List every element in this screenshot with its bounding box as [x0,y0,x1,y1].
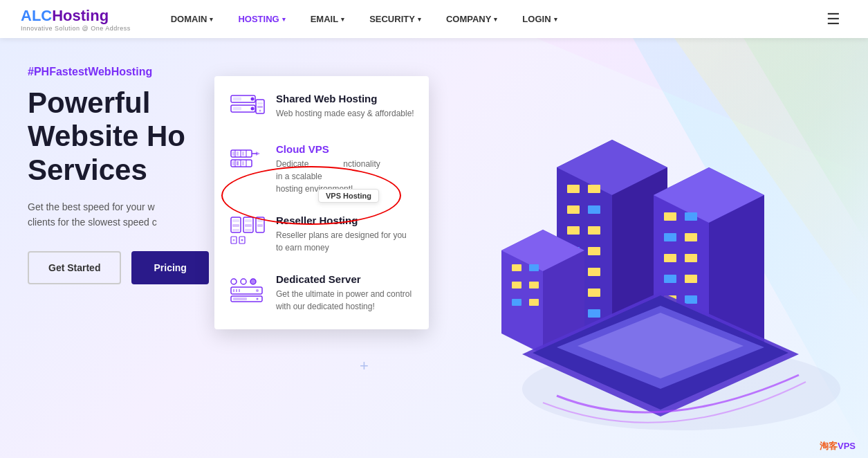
reseller-hosting-text: Reseller Hosting Reseller plans are desi… [276,214,415,254]
svg-rect-26 [685,212,697,221]
svg-rect-11 [588,205,600,214]
svg-point-96 [256,289,259,292]
nav-hosting-label: HOSTING [238,14,279,24]
chevron-down-icon: ▾ [341,16,344,23]
svg-rect-41 [529,264,539,271]
svg-rect-45 [529,299,539,306]
logo-hosting: Hosting [52,7,109,24]
svg-rect-12 [567,226,580,235]
svg-rect-73 [232,161,234,165]
reseller-hosting-desc: Reseller plans are designed for you to e… [276,229,415,254]
nav-company[interactable]: COMPANY ▾ [434,0,510,38]
chevron-down-icon: ▾ [494,16,497,23]
svg-point-55 [250,107,254,110]
nav-domain[interactable]: DOMAIN ▾ [158,0,226,38]
chevron-down-icon: ▾ [282,16,286,23]
svg-rect-40 [512,264,521,271]
cloud-vps-icon [228,143,266,174]
svg-rect-34 [685,295,697,304]
nav-security[interactable]: SECURITY ▾ [357,0,434,38]
chevron-down-icon: ▾ [210,16,213,23]
nav-hosting[interactable]: HOSTING ▾ [225,0,297,38]
svg-rect-81 [245,219,252,222]
nav-links: DOMAIN ▾ HOSTING ▾ EMAIL ▾ SECURITY ▾ CO… [158,0,820,38]
svg-point-59 [259,109,261,111]
hosting-dropdown: Shared Web Hosting Web hosting made easy… [214,76,429,329]
svg-rect-101 [233,297,247,300]
svg-point-90 [241,239,243,241]
svg-point-92 [241,279,246,284]
svg-rect-15 [588,247,600,255]
svg-rect-57 [257,102,263,104]
svg-rect-30 [685,254,697,262]
cloud-vps-title: Cloud VPS [276,143,415,155]
svg-rect-86 [257,224,263,227]
svg-rect-64 [232,152,234,156]
svg-rect-77 [232,219,239,222]
svg-rect-51 [233,97,241,100]
dedicated-server-title: Dedicated Server [276,273,415,285]
logo-text: ALCHosting [21,7,131,25]
pricing-button[interactable]: Pricing [131,251,208,284]
menu-item-reseller[interactable]: Reseller Hosting Reseller plans are desi… [214,205,429,264]
chevron-down-icon: ▾ [418,16,421,23]
svg-rect-58 [257,106,263,108]
svg-rect-9 [588,185,600,193]
nav-security-label: SECURITY [369,14,415,24]
svg-rect-78 [232,224,239,227]
svg-rect-10 [567,205,580,214]
reseller-hosting-icon [228,214,266,246]
nav-right: ☰ [820,10,847,28]
hamburger-icon[interactable]: ☰ [820,10,847,28]
svg-rect-75 [242,161,244,165]
svg-rect-54 [233,107,241,110]
nav-login-label: LOGIN [522,14,551,24]
reseller-hosting-title: Reseller Hosting [276,214,415,226]
dedicated-server-desc: Get the ultimate in power and control wi… [276,288,415,313]
vps-badge: VPS Hosting [318,189,379,203]
svg-rect-25 [664,212,676,221]
svg-rect-44 [512,299,521,306]
svg-rect-31 [664,275,676,283]
svg-rect-82 [245,224,252,227]
svg-rect-83 [245,229,252,231]
watermark-text1: 淘客 [820,441,838,451]
watermark: 淘客VPS [820,440,856,452]
svg-rect-28 [685,233,697,241]
svg-point-52 [250,97,254,100]
svg-rect-66 [242,152,244,156]
svg-rect-65 [237,152,239,156]
svg-point-89 [232,239,234,241]
menu-item-shared[interactable]: Shared Web Hosting Web hosting made easy… [214,83,429,134]
svg-point-91 [231,279,237,284]
logo-alc: ALC [21,7,52,24]
svg-rect-17 [588,268,600,276]
nav-domain-label: DOMAIN [171,14,207,24]
hero-desc-line2: clients for the slowest speed c [28,217,157,228]
chevron-down-icon: ▾ [554,16,557,23]
hero-desc-line1: Get the best speed for your w [28,201,155,212]
logo-tagline: Innovative Solution @ One Address [21,25,131,32]
nav-email[interactable]: EMAIL ▾ [298,0,357,38]
get-started-button[interactable]: Get Started [28,251,121,284]
dedicated-server-text: Dedicated Server Get the ultimate in pow… [276,273,415,313]
svg-rect-79 [232,229,239,231]
shared-hosting-title: Shared Web Hosting [276,93,415,104]
nav-login[interactable]: LOGIN ▾ [510,0,569,38]
navbar: ALCHosting Innovative Solution @ One Add… [0,0,868,38]
svg-rect-32 [685,275,697,283]
shared-hosting-desc: Web hosting made easy & affordable! [276,107,415,120]
shared-hosting-icon [228,93,266,124]
svg-marker-68 [256,152,260,156]
menu-item-dedicated[interactable]: Dedicated Server Get the ultimate in pow… [214,264,429,322]
isometric-illustration [418,57,861,458]
hero-section: #PHFastestWebHosting PowerfulWebsite HoS… [0,38,868,458]
svg-rect-85 [257,219,263,222]
svg-rect-8 [567,185,580,193]
shared-hosting-text: Shared Web Hosting Web hosting made easy… [276,93,415,120]
svg-rect-19 [588,288,600,297]
svg-rect-43 [529,282,539,288]
logo[interactable]: ALCHosting Innovative Solution @ One Add… [21,7,131,32]
svg-rect-27 [664,233,676,241]
svg-point-102 [256,297,258,300]
